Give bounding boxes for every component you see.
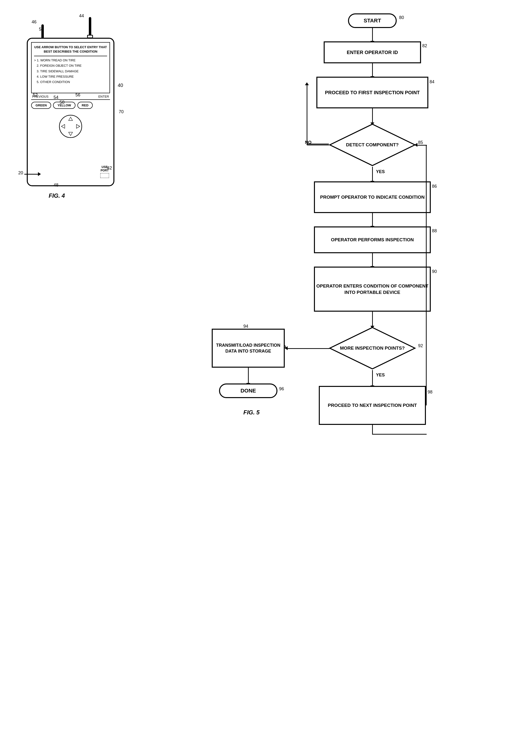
proceed-next-down [372,425,373,435]
usb-port-box[interactable] [100,173,109,178]
ref-80: 80 [399,15,404,20]
svg-point-0 [59,115,82,138]
operator-enters-node: OPERATOR ENTERS CONDITION OF COMPONENT I… [314,267,431,311]
ref-54: 54 [54,95,58,100]
arrow-20 [24,174,39,175]
arrow-start-to-80 [372,28,373,41]
done-label: DONE [240,388,256,394]
ref-52: 52 [33,93,38,98]
yes-label-2: YES [376,372,385,378]
screen-menu: > 1. WORN TREAD ON TIRE 2. FOREIGN OBJEC… [34,58,107,85]
detect-component-label: DETECT COMPONENT? [346,142,399,148]
dpad[interactable] [58,114,83,139]
more-points-label: MORE INSPECTION POINTS? [340,345,405,351]
more-points-node: MORE INSPECTION POINTS? [329,326,416,370]
ref-86: 86 [432,184,437,189]
arrow-4 [372,253,373,267]
transmit-node: TRANSMIT/LOAD INSPECTION DATA INTO STORA… [212,329,285,368]
fig5-label: FIG. 5 [243,409,260,416]
arrowhead-no [305,82,309,85]
done-node: DONE [219,384,278,398]
device-screen: USE ARROW BUTTON TO SELECT ENTRY THAT BE… [31,42,110,93]
ref-96: 96 [279,387,284,392]
ref-98: 98 [428,390,433,395]
arrow-3 [372,213,373,227]
ref-84: 84 [430,79,435,85]
device-body: 40 USE ARROW BUTTON TO SELECT ENTRY THAT… [27,38,114,186]
loop-top-h [416,145,427,146]
color-buttons-row: GREEN YELLOW RED [28,101,113,110]
ref-90: 90 [432,269,437,274]
arrowhead-20 [38,172,41,176]
red-button[interactable]: RED [77,102,93,109]
enter-operator-id-label: ENTER OPERATOR ID [347,50,398,55]
proceed-first-label: PROCEED TO FIRST INSPECTION POINT [325,89,420,96]
proceed-next-label: PROCEED TO NEXT INSPECTION POINT [328,402,417,409]
proceed-next-node: PROCEED TO NEXT INSPECTION POINT [319,386,426,425]
no2-arrow-h [287,348,330,349]
arrow-transmit-done [248,368,249,384]
dpad-area [28,114,113,139]
arrowhead-loop [414,143,417,147]
enter-label: ENTER [98,95,109,98]
ref-92: 92 [418,343,423,348]
loop-back-v [426,145,427,405]
operator-performs-node: OPERATOR PERFORMS INSPECTION [314,227,431,253]
ref-94: 94 [243,324,248,329]
proceed-first-node: PROCEED TO FIRST INSPECTION POINT [316,77,428,108]
ref-44: 44 [79,14,84,18]
arrow-5 [372,311,373,326]
prev-enter-row: PREVIOUS ENTER [28,95,113,98]
no-arrow-h [307,145,329,145]
ref-42: 42 [107,166,112,171]
prompt-operator-node: PROMPT OPERATOR TO INDICATE CONDITION [314,181,431,213]
ref-56: 56 [75,93,80,98]
arrow-1 [372,63,373,77]
arrow-yes-1 [372,167,373,181]
ref-70: 70 [119,109,124,115]
menu-item-3: 3. TIRE SIDEWALL DAMAGE [34,69,107,74]
arrow-yes-2 [372,370,373,386]
detect-component-node: DETECT COMPONENT? [329,123,416,167]
device-number: 40 [118,83,123,88]
antenna-right [89,17,91,37]
no-arrow-h2 [307,144,329,144]
loop-bottom-h [372,434,427,435]
arrowhead-no2 [285,346,288,350]
enter-operator-id-node: ENTER OPERATOR ID [324,41,421,63]
ref-20: 20 [18,171,23,176]
start-node: START [348,14,397,28]
operator-performs-label: OPERATOR PERFORMS INSPECTION [331,237,414,243]
arrow-2 [372,108,373,123]
ref-48: 48 [54,183,58,188]
fig4-label: FIG. 4 [49,192,65,199]
prompt-operator-label: PROMPT OPERATOR TO INDICATE CONDITION [320,194,424,201]
green-button[interactable]: GREEN [31,102,51,109]
menu-item-2: 2. FOREIGN OBJECT ON TIRE [34,63,107,68]
yes-label-1: YES [376,169,385,174]
ref-50: 50 [60,100,65,105]
transmit-label: TRANSMIT/LOAD INSPECTION DATA INTO STORA… [213,342,284,354]
operator-enters-label: OPERATOR ENTERS CONDITION OF COMPONENT I… [315,283,430,295]
screen-title: USE ARROW BUTTON TO SELECT ENTRY THAT BE… [34,45,107,54]
ref-82: 82 [422,43,427,48]
start-label: START [363,17,381,24]
no-arrow-v [306,85,307,145]
menu-item-5: 5. OTHER CONDITION [34,79,107,85]
menu-item-4: 4. LOW TIRE PRESSURE [34,74,107,79]
ref-88: 88 [432,229,437,233]
ref-46: 46 [32,19,37,25]
ref-85: 85 [418,140,423,145]
menu-item-1: > 1. WORN TREAD ON TIRE [34,58,107,63]
